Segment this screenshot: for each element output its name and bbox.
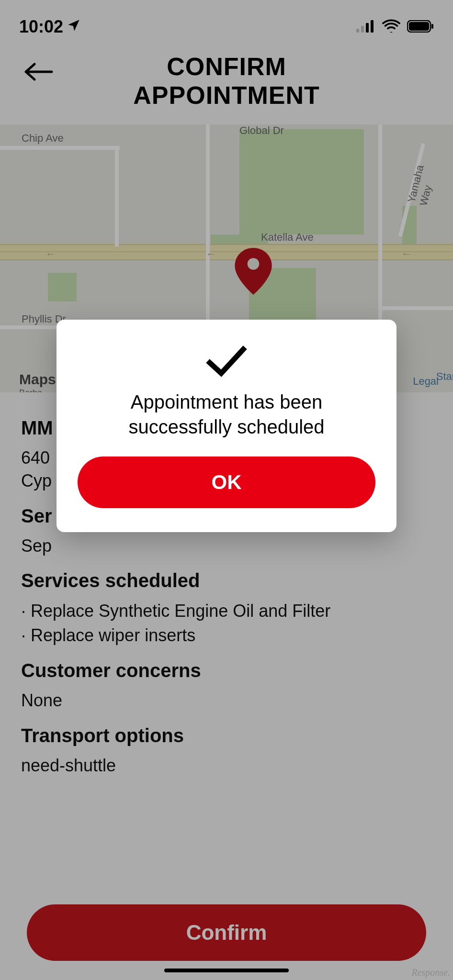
ok-button[interactable]: OK xyxy=(78,457,375,508)
watermark: Response. xyxy=(411,967,450,978)
modal-message: Appointment has been successfully schedu… xyxy=(78,390,375,439)
checkmark-icon xyxy=(78,345,375,379)
success-modal: Appointment has been successfully schedu… xyxy=(57,320,396,532)
